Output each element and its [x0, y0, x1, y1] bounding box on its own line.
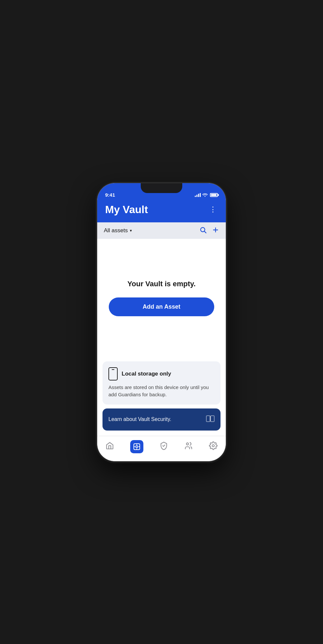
empty-state: Your Vault is empty. Add an Asset: [97, 239, 226, 357]
book-icon: [206, 415, 215, 424]
local-storage-card: Local storage only Assets are stored on …: [103, 361, 220, 405]
chevron-down-icon: ▾: [130, 228, 132, 233]
signal-icon: [195, 193, 201, 197]
svg-rect-5: [211, 416, 214, 422]
svg-line-1: [204, 231, 206, 233]
nav-vault[interactable]: [126, 439, 147, 455]
empty-state-title: Your Vault is empty.: [127, 280, 195, 288]
status-icons: [195, 193, 218, 198]
local-storage-card-header: Local storage only: [108, 367, 215, 380]
filter-label: All assets: [104, 227, 128, 234]
phone-storage-icon: [108, 367, 118, 380]
nav-shield[interactable]: [156, 440, 172, 453]
bottom-navigation: [97, 436, 226, 461]
svg-point-14: [212, 444, 215, 447]
battery-icon: [210, 193, 218, 197]
local-storage-body: Assets are stored on this device only un…: [108, 384, 215, 399]
svg-rect-4: [206, 416, 210, 422]
local-storage-title: Local storage only: [122, 371, 171, 377]
wifi-icon: [202, 193, 208, 198]
asset-filter-dropdown[interactable]: All assets ▾: [104, 227, 132, 234]
vault-icon-box: [130, 440, 143, 453]
phone-frame: 9:41: [97, 183, 226, 461]
filter-bar: All assets ▾: [97, 222, 226, 239]
svg-point-8: [136, 446, 138, 448]
info-cards: Local storage only Assets are stored on …: [97, 357, 226, 436]
add-asset-icon-button[interactable]: [212, 226, 219, 235]
learn-vault-security-card[interactable]: Learn about Vault Security.: [103, 408, 220, 431]
people-icon: [184, 441, 193, 452]
content-area: Your Vault is empty. Add an Asset Local …: [97, 239, 226, 436]
svg-point-13: [187, 443, 189, 445]
app-header: My Vault ⋮: [97, 200, 226, 222]
filter-actions: [199, 226, 219, 235]
shield-icon: [160, 441, 168, 452]
home-icon: [105, 441, 114, 452]
nav-settings[interactable]: [205, 440, 221, 453]
add-asset-button[interactable]: Add an Asset: [109, 297, 214, 316]
learn-card-label: Learn about Vault Security.: [108, 416, 171, 422]
notch: [141, 183, 182, 193]
phone-screen: 9:41: [97, 183, 226, 461]
nav-home[interactable]: [102, 440, 118, 453]
settings-icon: [209, 441, 218, 452]
status-time: 9:41: [105, 192, 115, 198]
nav-people[interactable]: [180, 440, 197, 453]
app-title: My Vault: [105, 204, 148, 216]
more-menu-button[interactable]: ⋮: [208, 204, 218, 215]
search-button[interactable]: [199, 226, 207, 235]
